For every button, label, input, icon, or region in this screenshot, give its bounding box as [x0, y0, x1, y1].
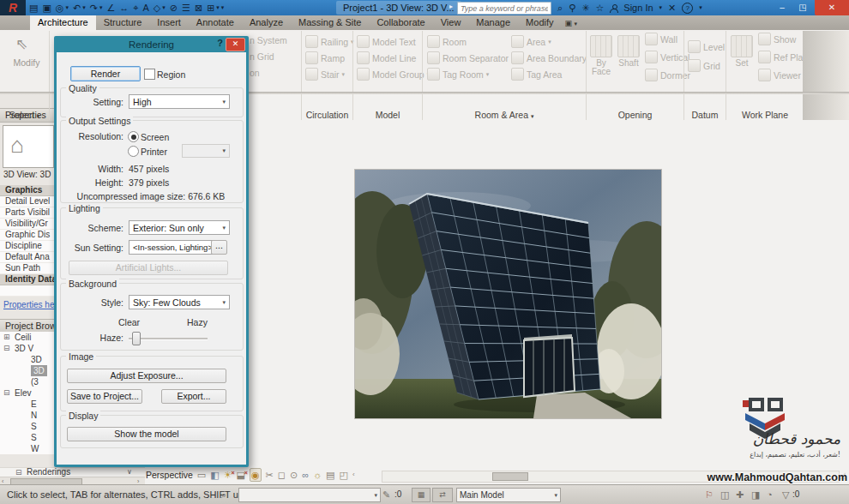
graphics-section-header[interactable]: Graphics — [0, 185, 55, 196]
worksharing-display-icon[interactable]: ⚐ — [705, 485, 714, 504]
chevron-down-icon[interactable]: ▾ — [99, 0, 103, 15]
status-button-2[interactable]: ⇄ — [432, 488, 453, 502]
identity-data-section-header[interactable]: Identity Data — [0, 274, 55, 285]
show-crop-region-icon[interactable]: ◻ — [278, 469, 286, 481]
shadows-icon[interactable]: ⬓× — [237, 469, 245, 481]
tab-architecture[interactable]: Architecture — [30, 15, 96, 30]
tree-item[interactable]: ⊟Elev — [0, 387, 55, 399]
resize-grip-icon[interactable]: ◢ — [839, 471, 846, 480]
reveal-hidden-elements-icon[interactable]: ☼ — [313, 469, 322, 481]
datum-panel-label[interactable]: Datum — [684, 110, 726, 121]
sun-path-icon[interactable]: ☀× — [224, 469, 232, 481]
lock-3d-view-icon[interactable]: ⊙ — [290, 469, 298, 481]
tree-item-selected[interactable]: 3D — [0, 365, 55, 376]
dialog-close-icon[interactable]: ✕ — [226, 38, 245, 51]
resolution-printer-radio[interactable] — [128, 146, 139, 157]
communication-center-icon[interactable]: ✳ — [581, 3, 589, 14]
resolution-screen-radio[interactable] — [128, 131, 139, 142]
background-style-dropdown[interactable]: Sky: Few Clouds▾ — [129, 295, 230, 309]
tree-item[interactable]: S — [0, 432, 55, 443]
displaced-elements-icon[interactable]: ◰ — [339, 469, 347, 481]
measure-icon[interactable]: ∠ — [106, 0, 115, 15]
tab-manage[interactable]: Manage — [468, 15, 518, 30]
tree-item[interactable]: W — [0, 443, 55, 454]
restore-button[interactable]: ◳ — [792, 0, 813, 15]
work-plane-panel-label[interactable]: Work Plane — [727, 110, 803, 121]
chevron-down-icon[interactable]: ▾ — [699, 4, 702, 11]
sun-setting-browse-button[interactable]: ... — [211, 240, 227, 255]
status-button-1[interactable]: ▦ — [412, 488, 431, 502]
select-underlay-icon[interactable]: ◨ — [751, 485, 760, 504]
thin-lines-icon[interactable]: ☰ — [182, 0, 190, 15]
reveal-constraints-icon[interactable]: ◫ — [720, 485, 729, 504]
close-button[interactable]: ✕ — [815, 0, 849, 15]
design-options-dropdown[interactable]: Main Model▾ — [456, 488, 561, 502]
property-row-visibility-graphics[interactable]: Visibility/Gr — [0, 219, 55, 230]
tab-insert[interactable]: Insert — [149, 15, 189, 30]
property-row-sun-path[interactable]: Sun Path — [0, 263, 55, 274]
favorites-star-icon[interactable]: ☆ — [595, 3, 604, 14]
user-account-icon[interactable] — [610, 4, 617, 12]
chevron-down-icon[interactable]: ▾ — [65, 0, 69, 15]
room-area-panel-label[interactable]: Room & Area ▾ — [424, 110, 585, 121]
tree-item[interactable]: S — [0, 421, 55, 432]
editable-only-icon[interactable]: ✎ — [382, 485, 390, 504]
close-hidden-windows-icon[interactable]: ⊠ — [195, 0, 202, 15]
redo-icon[interactable]: ↷ — [90, 0, 98, 15]
panel-display-toggle-icon[interactable]: ▣ ▾ — [562, 19, 581, 27]
detail-level-icon[interactable]: ▭ — [197, 469, 206, 481]
select-panel-label[interactable]: Select ▾ — [0, 110, 49, 121]
filter-icon[interactable]: ▽ — [782, 485, 789, 504]
save-icon[interactable]: ▣ — [42, 0, 51, 15]
property-row-blank[interactable] — [0, 285, 55, 297]
property-row-graphic-display[interactable]: Graphic Dis — [0, 230, 55, 241]
region-checkbox[interactable] — [144, 69, 155, 80]
subscription-key-icon[interactable]: ⚲ — [569, 3, 575, 14]
view-scale-label[interactable]: Perspective — [146, 470, 193, 480]
aligned-dimension-icon[interactable]: ↔ — [119, 0, 129, 15]
scrollbar-thumb[interactable] — [492, 472, 528, 481]
search-icon[interactable]: ⌕ — [557, 3, 563, 14]
undo-icon[interactable]: ↶ — [73, 0, 81, 15]
tab-modify[interactable]: Modify — [518, 15, 561, 30]
property-row-parts-visibility[interactable]: Parts Visibil — [0, 207, 55, 219]
sync-icon[interactable]: ◎ — [56, 0, 64, 15]
chevron-down-icon[interactable]: ▾ — [216, 0, 220, 15]
chevron-down-icon[interactable]: ∨ — [127, 468, 132, 477]
tab-view[interactable]: View — [433, 15, 469, 30]
tab-annotate[interactable]: Annotate — [189, 15, 242, 30]
default-3d-view-icon[interactable]: ◇ — [154, 0, 160, 15]
tab-analyze[interactable]: Analyze — [242, 15, 291, 30]
tag-icon[interactable]: ⌖ — [133, 0, 138, 15]
tree-item[interactable]: N — [0, 410, 55, 421]
customize-qat-icon[interactable]: ▾ — [221, 0, 225, 15]
sun-setting-field[interactable]: <In-session, Lighting> — [129, 240, 213, 255]
tree-item[interactable]: ⊟3D V — [0, 343, 55, 354]
dialog-help-icon[interactable]: ? — [217, 38, 223, 48]
opening-panel-label[interactable]: Opening — [587, 110, 683, 121]
chevron-down-icon[interactable]: ▾ — [82, 0, 86, 15]
binoculars-icon[interactable]: ⌕ — [221, 485, 226, 504]
tree-item-renderings[interactable]: ⊟ Renderings ∨ — [0, 468, 145, 477]
temporary-hide-isolate-icon[interactable]: ∞ — [302, 469, 309, 481]
render-button[interactable]: Render — [70, 66, 141, 81]
property-row-discipline[interactable]: Discipline — [0, 241, 55, 252]
crop-view-icon[interactable]: ✂ — [266, 469, 274, 481]
circulation-panel-label[interactable]: Circulation — [302, 110, 352, 121]
tree-item[interactable]: ⊞Ceili — [0, 332, 55, 343]
property-row-detail-level[interactable]: Detail Level — [0, 196, 55, 207]
search-input[interactable] — [457, 2, 551, 15]
select-links-icon[interactable]: ✚ — [736, 485, 744, 504]
visual-style-icon[interactable]: ◧ — [210, 469, 219, 481]
help-icon[interactable]: ? — [682, 3, 693, 14]
revit-app-menu-icon[interactable]: R — [0, 0, 26, 15]
quality-setting-dropdown[interactable]: High▾ — [129, 94, 230, 109]
collapse-viewbar-icon[interactable]: ‹ — [352, 469, 355, 481]
properties-help-link[interactable]: Properties he — [3, 300, 54, 309]
lighting-scheme-dropdown[interactable]: Exterior: Sun only▾ — [129, 220, 230, 235]
exchange-apps-icon[interactable]: ✕ — [668, 3, 676, 14]
export-button[interactable]: Export... — [161, 389, 226, 404]
adjust-exposure-button[interactable]: Adjust Exposure... — [67, 369, 226, 383]
tree-item[interactable]: (3 — [0, 376, 55, 387]
switch-windows-icon[interactable]: ⊞ — [207, 0, 214, 15]
